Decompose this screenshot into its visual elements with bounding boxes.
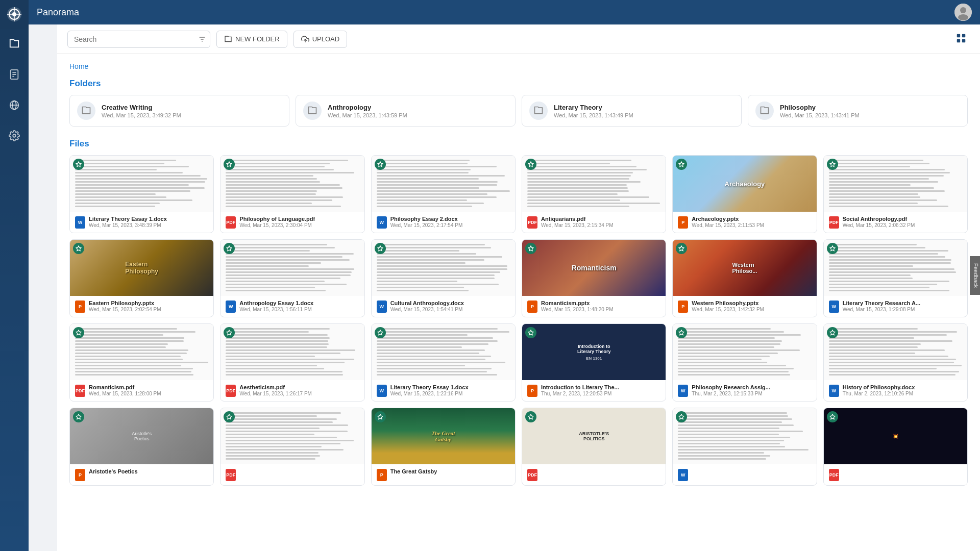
- file-card[interactable]: WesternPhiloso... P Western Philosophy.p…: [672, 239, 817, 317]
- file-card[interactable]: Romanticism P Romanticism.pptx Wed, Mar …: [522, 239, 666, 317]
- file-date: Wed, Mar 15, 2023, 1:42:32 PM: [692, 307, 764, 312]
- file-card[interactable]: The GreatGatsby P The Great Gatsby: [371, 408, 516, 486]
- app-logo[interactable]: [0, 0, 29, 29]
- folder-name: Philosophy: [780, 104, 860, 111]
- file-name: Philosophy of Language.pdf: [239, 216, 315, 222]
- svg-marker-28: [679, 162, 684, 167]
- file-thumbnail: Archaeology: [673, 156, 816, 212]
- file-name: Antiquarians.pdf: [541, 216, 614, 222]
- feedback-tab[interactable]: Feedback: [970, 256, 980, 295]
- file-card[interactable]: PDF Romanticism.pdf Wed, Mar 15, 2023, 1…: [69, 323, 214, 402]
- sidebar: [0, 0, 29, 551]
- file-badge: [827, 243, 838, 254]
- file-thumbnail: [372, 324, 515, 380]
- file-type-icon: W: [829, 300, 839, 313]
- file-card[interactable]: PDF Social Anthropology.pdf Wed, Mar 15,…: [823, 155, 968, 233]
- file-name: Introduction to Literary The...: [541, 384, 619, 390]
- file-name: Philosophy Research Assig...: [692, 384, 770, 390]
- file-thumbnail: [70, 156, 213, 212]
- file-card[interactable]: W Philosophy Essay 2.docx Wed, Mar 15, 2…: [371, 155, 516, 233]
- file-card[interactable]: W Anthropology Essay 1.docx Wed, Mar 15,…: [220, 239, 364, 317]
- file-date: Wed, Mar 15, 2023, 1:26:17 PM: [239, 391, 312, 396]
- file-card[interactable]: ARISTOTLE'SPOLITICS PDF: [522, 408, 666, 486]
- file-name: Romanticism.pptx: [541, 300, 614, 306]
- upload-button[interactable]: UPLOAD: [293, 31, 347, 48]
- file-name: Literary Theory Essay 1.docx: [390, 384, 469, 390]
- svg-marker-41: [830, 330, 835, 335]
- file-type-icon: W: [678, 469, 688, 481]
- file-thumbnail: Romanticism: [522, 240, 666, 296]
- breadcrumb[interactable]: Home: [69, 62, 968, 70]
- sidebar-item-documents[interactable]: [0, 61, 29, 88]
- file-card[interactable]: Introduction toLiterary TheoryEN 1301 P …: [522, 323, 666, 402]
- svg-marker-47: [830, 414, 835, 419]
- search-wrapper: [67, 31, 210, 48]
- file-type-icon: PDF: [226, 469, 236, 481]
- file-card[interactable]: W Literary Theory Essay 1.docx Wed, Mar …: [371, 323, 516, 402]
- file-badge: [375, 411, 386, 422]
- file-type-icon: P: [527, 385, 537, 397]
- svg-marker-39: [528, 330, 533, 335]
- svg-marker-34: [679, 246, 684, 251]
- file-card[interactable]: W History of Philosophy.docx Thu, Mar 2,…: [823, 323, 968, 402]
- file-card[interactable]: PDF Philosophy of Language.pdf Wed, Mar …: [220, 155, 364, 233]
- file-badge: [525, 243, 536, 254]
- folder-name: Anthropology: [328, 104, 407, 111]
- file-card[interactable]: EasternPhilosophy P Eastern Philosophy.p…: [69, 239, 214, 317]
- file-thumbnail: EasternPhilosophy: [70, 240, 213, 296]
- file-name: Philosophy Essay 2.docx: [390, 216, 463, 222]
- file-card[interactable]: W Literary Theory Research A... Wed, Mar…: [823, 239, 968, 317]
- svg-marker-42: [76, 414, 81, 419]
- file-thumbnail: [522, 156, 666, 212]
- file-card[interactable]: W Cultural Anthropology.docx Wed, Mar 15…: [371, 239, 516, 317]
- search-filter-button[interactable]: [198, 35, 206, 43]
- file-type-icon: PDF: [527, 469, 537, 481]
- search-input[interactable]: [67, 31, 210, 48]
- file-thumbnail: [673, 324, 816, 380]
- file-type-icon: W: [377, 300, 387, 313]
- file-card[interactable]: PDF Antiquarians.pdf Wed, Mar 15, 2023, …: [522, 155, 666, 233]
- file-type-icon: PDF: [829, 469, 839, 481]
- file-type-icon: PDF: [527, 216, 537, 229]
- file-card[interactable]: 💥 PDF: [823, 408, 968, 486]
- file-name: Aestheticism.pdf: [239, 384, 312, 390]
- file-thumbnail: [372, 156, 515, 212]
- file-badge: [73, 327, 84, 338]
- files-section-header: Files: [69, 139, 968, 149]
- file-card[interactable]: Archaeology P Archaeology.pptx Wed, Mar …: [672, 155, 817, 233]
- file-card[interactable]: PDF Aestheticism.pdf Wed, Mar 15, 2023, …: [220, 323, 364, 402]
- svg-rect-20: [957, 34, 960, 37]
- file-name: Social Anthropology.pdf: [843, 216, 915, 222]
- file-card[interactable]: Aristotle'sPoetics P Aristotle's Poetics: [69, 408, 214, 486]
- svg-point-14: [960, 7, 966, 13]
- file-badge: [73, 159, 84, 170]
- user-avatar[interactable]: [954, 4, 972, 21]
- file-thumbnail: [220, 324, 364, 380]
- folder-card[interactable]: Philosophy Wed, Mar 15, 2023, 1:43:41 PM: [748, 95, 968, 127]
- sidebar-item-explore[interactable]: [0, 92, 29, 118]
- svg-marker-29: [830, 162, 835, 167]
- file-thumbnail: [824, 324, 967, 380]
- folder-date: Wed, Mar 15, 2023, 3:49:32 PM: [102, 112, 181, 118]
- folder-card[interactable]: Creative Writing Wed, Mar 15, 2023, 3:49…: [69, 95, 289, 127]
- svg-marker-40: [679, 330, 684, 335]
- file-date: Wed, Mar 15, 2023, 1:29:08 PM: [843, 307, 920, 312]
- file-type-icon: PDF: [829, 216, 839, 229]
- svg-marker-30: [76, 246, 81, 251]
- sidebar-item-settings[interactable]: [0, 122, 29, 149]
- grid-view-button[interactable]: [952, 30, 970, 48]
- new-folder-button[interactable]: NEW FOLDER: [216, 31, 287, 48]
- svg-marker-31: [227, 246, 232, 251]
- file-type-icon: W: [226, 300, 236, 313]
- file-card[interactable]: W Philosophy Research Assig... Thu, Mar …: [672, 323, 817, 402]
- folder-card[interactable]: Literary Theory Wed, Mar 15, 2023, 1:43:…: [522, 95, 742, 127]
- file-card[interactable]: PDF: [220, 408, 364, 486]
- file-date: Wed, Mar 15, 2023, 2:06:32 PM: [843, 222, 915, 228]
- folder-card[interactable]: Anthropology Wed, Mar 15, 2023, 1:43:59 …: [296, 95, 516, 127]
- sidebar-item-files[interactable]: [0, 31, 29, 57]
- file-badge: [525, 327, 536, 338]
- file-card[interactable]: W: [672, 408, 817, 486]
- svg-marker-38: [378, 330, 383, 335]
- file-card[interactable]: W Literary Theory Essay 1.docx Wed, Mar …: [69, 155, 214, 233]
- file-date: Wed, Mar 15, 2023, 1:54:41 PM: [390, 307, 464, 312]
